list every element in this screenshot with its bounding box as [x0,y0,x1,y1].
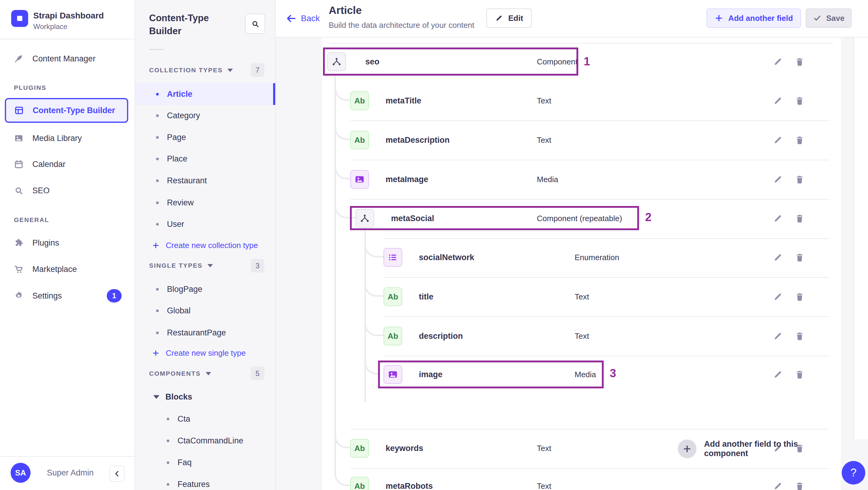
pencil-icon [495,14,503,22]
delete-field-button[interactable] [795,252,805,263]
components-header[interactable]: COMPONENTS [149,370,211,377]
collection-types-header[interactable]: COLLECTION TYPES [149,66,233,74]
delete-field-button[interactable] [795,369,805,379]
delete-field-button[interactable] [795,481,805,490]
trash-icon [795,135,805,145]
component-features[interactable]: Features [134,473,275,490]
collection-type-user[interactable]: User [134,213,275,235]
edit-field-button[interactable] [773,135,783,145]
delete-field-button[interactable] [795,213,805,223]
sidebar-item-content-type-builder[interactable]: Content-Type Builder [5,98,128,123]
add-field-to-component-button[interactable] [678,439,696,458]
single-type-blogpage[interactable]: BlogPage [134,278,275,300]
arrow-left-icon [286,13,297,24]
bullet-icon [167,418,169,421]
trash-icon [795,369,805,379]
field-name: metaImage [385,175,428,184]
bullet-icon [156,223,159,226]
collection-type-review[interactable]: Review [134,192,275,214]
add-another-field-button[interactable]: Add another field [707,8,801,28]
single-type-restaurantpage[interactable]: RestaurantPage [134,322,275,344]
pencil-icon [773,252,783,263]
feather-icon [13,54,24,64]
fields-main-area: seo Component Ab metaTitle Text Ab metaD… [275,37,868,490]
save-button[interactable]: Save [806,8,852,28]
collection-type-category[interactable]: Category [134,105,275,126]
sidebar-item-media-library[interactable]: Media Library [13,128,82,148]
field-type: Component [537,57,577,66]
plugins-section-label: PLUGINS [14,84,46,91]
help-button[interactable]: ? [842,461,865,485]
sidebar-item-calendar[interactable]: Calendar [13,155,66,174]
media-field-icon [383,365,402,384]
field-name: title [419,292,433,302]
collection-type-page[interactable]: Page [134,126,275,148]
bullet-icon [156,288,159,291]
field-type: Text [537,96,551,105]
trash-icon [795,481,805,490]
edit-field-button[interactable] [773,331,783,341]
component-field-icon [327,52,346,71]
item-label: Faq [178,458,192,467]
component-ctacommandline[interactable]: CtaCommandLine [134,430,275,452]
sidebar-item-content-manager[interactable]: Content Manager [13,49,96,68]
sidebar-item-seo[interactable]: SEO [13,181,50,200]
edit-field-button[interactable] [773,292,783,302]
strapi-logo [11,10,28,27]
single-types-header[interactable]: SINGLE TYPES [149,262,213,269]
delete-field-button[interactable] [795,57,805,67]
field-name: keywords [385,444,424,453]
edit-field-button[interactable] [773,481,783,490]
sidebar-item-plugins[interactable]: Plugins [13,233,59,252]
section-label: COLLECTION TYPES [149,66,223,74]
create-single-type-link[interactable]: Create new single type [152,348,246,358]
bullet-icon [156,114,159,117]
delete-field-button[interactable] [795,174,805,184]
component-cta[interactable]: Cta [134,408,275,430]
field-row-socialnetwork: socialNetwork Enumeration [322,238,841,277]
collection-type-article[interactable]: Article [134,83,275,105]
sidebar-item-label: Plugins [32,238,59,248]
enumeration-field-icon [383,248,402,267]
edit-field-button[interactable] [773,57,783,67]
scrollbar-track[interactable] [854,37,868,439]
button-label: Edit [508,13,523,23]
pencil-icon [773,96,783,106]
add-field-to-component-label[interactable]: Add another field to this component [704,439,841,458]
delete-field-button[interactable] [795,135,805,145]
component-faq[interactable]: Faq [134,452,275,473]
delete-field-button[interactable] [795,292,805,302]
edit-field-button[interactable] [773,174,783,184]
chevron-down-icon [208,264,213,267]
pencil-icon [773,369,783,379]
single-type-global[interactable]: Global [134,300,275,321]
bullet-icon [156,332,159,334]
edit-field-button[interactable] [773,252,783,263]
edit-button[interactable]: Edit [486,8,532,28]
collection-type-place[interactable]: Place [134,148,275,170]
delete-field-button[interactable] [795,331,805,341]
create-collection-type-link[interactable]: Create new collection type [152,241,258,250]
item-label: Cta [178,415,190,424]
app-title: Strapi Dashboard [33,11,104,21]
edit-field-button[interactable] [773,369,783,379]
field-row-image: image Media [322,355,841,394]
avatar[interactable]: SA [10,463,31,483]
back-link[interactable]: Back [286,13,320,24]
sidebar-item-marketplace[interactable]: Marketplace [13,259,77,279]
search-button[interactable] [245,13,265,34]
collapse-sidebar-button[interactable] [110,465,125,482]
bullet-icon [156,179,159,182]
delete-field-button[interactable] [795,96,805,106]
back-label: Back [301,13,320,23]
sidebar-item-settings[interactable]: Settings [13,286,62,306]
field-type: Enumeration [575,253,619,262]
component-group-blocks[interactable]: Blocks [153,392,192,402]
edit-field-button[interactable] [773,213,783,223]
field-type: Text [575,332,589,341]
field-row-metadescription: Ab metaDescription Text [322,120,841,160]
section-label: COMPONENTS [149,370,201,377]
collection-type-restaurant[interactable]: Restaurant [134,170,275,191]
edit-field-button[interactable] [773,96,783,106]
chevron-left-icon [113,469,122,478]
